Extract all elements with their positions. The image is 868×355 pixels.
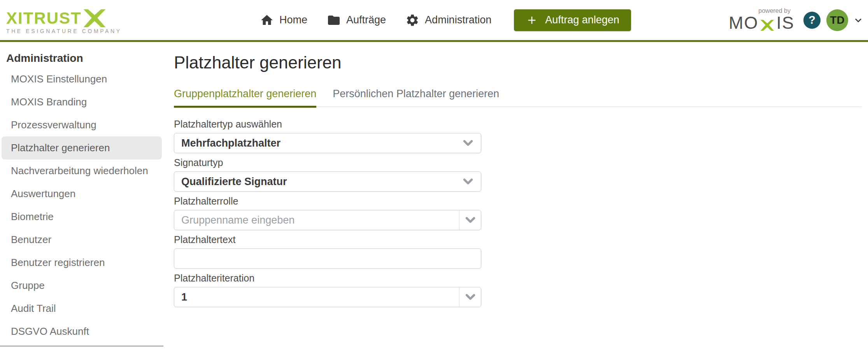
sidebar-item-gruppe[interactable]: Gruppe bbox=[2, 274, 162, 297]
placeholder-form: Platzhaltertyp auswählenMehrfachplatzhal… bbox=[174, 119, 481, 307]
signaturtyp-dropdown[interactable]: Qualifizierte Signatur bbox=[174, 171, 481, 192]
sidebar-item-moxis-einstellungen[interactable]: MOXIS Einstellungen bbox=[2, 68, 162, 91]
platzhalterrolle-dropdown[interactable]: Gruppenname eingeben bbox=[174, 210, 481, 230]
placeholder-text: Gruppenname eingeben bbox=[174, 214, 295, 226]
form-field-platzhaltertyp-auswählen: Platzhaltertyp auswählenMehrfachplatzhal… bbox=[174, 119, 481, 153]
gear-icon bbox=[405, 13, 419, 27]
avatar[interactable]: TD bbox=[826, 9, 848, 31]
sidebar-item-label: Nachverarbeitung wiederholen bbox=[11, 165, 148, 177]
sidebar-item-biometrie[interactable]: Biometrie bbox=[2, 205, 162, 228]
sidebar-item-label: MOXIS Einstellungen bbox=[11, 73, 107, 85]
sidebar-divider bbox=[0, 346, 163, 346]
sidebar-items: MOXIS Einstellungen MOXIS Branding Proze… bbox=[0, 68, 163, 343]
sidebar-item-prozessverwaltung[interactable]: Prozessverwaltung bbox=[2, 114, 162, 136]
sidebar-item-label: Auswertungen bbox=[11, 188, 75, 200]
sidebar-item-nachverarbeitung-wiederholen[interactable]: Nachverarbeitung wiederholen bbox=[2, 159, 162, 182]
sidebar-item-label: Gruppe bbox=[11, 280, 45, 292]
x-flourish-icon bbox=[83, 9, 106, 29]
tab-gruppenplatzhalter-generieren[interactable]: Gruppenplatzhalter generieren bbox=[174, 88, 316, 108]
admin-sidebar: Administration MOXIS Einstellungen MOXIS… bbox=[0, 42, 163, 343]
form-field-platzhalterrolle: PlatzhalterrolleGruppenname eingeben bbox=[174, 196, 481, 230]
field-label: Platzhaltertext bbox=[174, 234, 481, 245]
page-title: Platzhalter generieren bbox=[174, 53, 862, 72]
moxis-x-icon bbox=[759, 15, 775, 35]
platzhaltertext-input[interactable] bbox=[174, 248, 481, 269]
sidebar-item-label: Benutzer bbox=[11, 234, 51, 246]
sidebar-item-dsgvo-auskunft[interactable]: DSGVO Auskunft bbox=[2, 320, 162, 343]
tab-persönlichen-platzhalter-generieren[interactable]: Persönlichen Platzhalter generieren bbox=[333, 88, 499, 108]
platzhaltertext-text-input[interactable] bbox=[174, 249, 481, 268]
sidebar-title: Administration bbox=[6, 52, 163, 65]
nav-item-administration[interactable]: Administration bbox=[405, 13, 491, 27]
folder-icon bbox=[327, 13, 341, 27]
platzhaltertyp-auswählen-dropdown[interactable]: Mehrfachplatzhalter bbox=[174, 133, 481, 153]
field-label: Platzhaltertyp auswählen bbox=[174, 119, 481, 130]
sidebar-item-label: Prozessverwaltung bbox=[11, 119, 96, 131]
field-label: Platzhalterrolle bbox=[174, 196, 481, 207]
moxis-text-pre: MO bbox=[729, 13, 759, 33]
plus-icon bbox=[526, 14, 538, 26]
sidebar-item-benutzer[interactable]: Benutzer bbox=[2, 228, 162, 251]
logo-brand-text: XITRUST bbox=[6, 10, 82, 26]
form-field-platzhalteriteration: Platzhalteriteration1 bbox=[174, 273, 481, 307]
sidebar-item-label: DSGVO Auskunft bbox=[11, 325, 89, 338]
header-right: powered by MO IS ? TD bbox=[729, 0, 863, 40]
sidebar-item-label: Benutzer registrieren bbox=[11, 257, 105, 269]
xitrust-logo[interactable]: XITRUST THE ESIGNATURE COMPANY bbox=[6, 7, 122, 34]
logo-tagline: THE ESIGNATURE COMPANY bbox=[6, 28, 122, 34]
sidebar-item-label: Audit Trail bbox=[11, 303, 56, 315]
tab-bar: Gruppenplatzhalter generieren Persönlich… bbox=[174, 88, 862, 107]
sidebar-item-audit-trail[interactable]: Audit Trail bbox=[2, 297, 162, 320]
moxis-logo: powered by MO IS bbox=[729, 7, 794, 33]
nav-item-home[interactable]: Home bbox=[260, 13, 307, 27]
sidebar-item-label: Platzhalter generieren bbox=[11, 142, 110, 154]
chevron-down-icon[interactable] bbox=[459, 287, 481, 307]
form-field-signaturtyp: SignaturtypQualifizierte Signatur bbox=[174, 157, 481, 192]
main-nav: Home Aufträge Administration Auftrag anl… bbox=[260, 0, 631, 40]
sidebar-item-platzhalter-generieren[interactable]: Platzhalter generieren bbox=[2, 136, 162, 159]
sidebar-item-label: Biometrie bbox=[11, 211, 54, 223]
selected-value: Qualifizierte Signatur bbox=[174, 176, 287, 188]
field-label: Platzhalteriteration bbox=[174, 273, 481, 284]
sidebar-item-moxis-branding[interactable]: MOXIS Branding bbox=[2, 91, 162, 114]
sidebar-item-label: MOXIS Branding bbox=[11, 96, 87, 108]
moxis-text-post: IS bbox=[776, 13, 794, 33]
field-label: Signaturtyp bbox=[174, 157, 481, 168]
sidebar-item-auswertungen[interactable]: Auswertungen bbox=[2, 182, 162, 205]
home-icon bbox=[260, 13, 274, 27]
nav-item-aufträge[interactable]: Aufträge bbox=[327, 13, 386, 27]
selected-value: Mehrfachplatzhalter bbox=[174, 137, 281, 149]
app-header: XITRUST THE ESIGNATURE COMPANY Home Auft… bbox=[0, 0, 868, 42]
platzhalteriteration-dropdown[interactable]: 1 bbox=[174, 287, 481, 307]
sidebar-item-benutzer-registrieren[interactable]: Benutzer registrieren bbox=[2, 251, 162, 274]
selected-value: 1 bbox=[174, 291, 187, 303]
chevron-down-icon[interactable] bbox=[462, 172, 474, 191]
form-field-platzhaltertext: Platzhaltertext bbox=[174, 234, 481, 269]
help-icon[interactable]: ? bbox=[803, 12, 821, 29]
create-auftrag-button[interactable]: Auftrag anlegen bbox=[514, 9, 631, 31]
chevron-down-icon[interactable] bbox=[462, 133, 474, 153]
chevron-down-icon[interactable] bbox=[459, 210, 481, 230]
chevron-down-icon[interactable] bbox=[854, 16, 863, 24]
main-content: Platzhalter generieren Gruppenplatzhalte… bbox=[174, 42, 862, 311]
